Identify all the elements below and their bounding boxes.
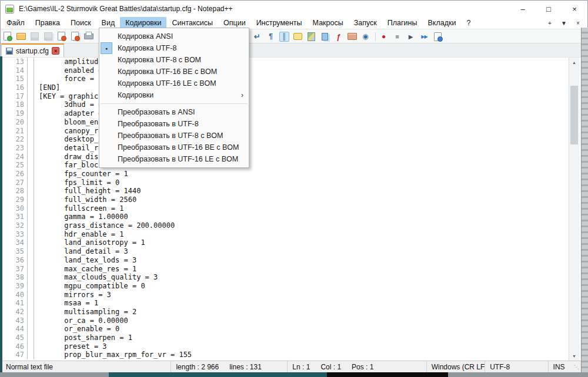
fold-margin[interactable] [27, 144, 34, 153]
document-monitor-icon[interactable] [360, 32, 370, 42]
line-number[interactable]: 31 [1, 213, 27, 221]
line-number[interactable]: 43 [1, 317, 27, 325]
line-text[interactable]: amplitude [34, 58, 102, 66]
word-wrap-icon[interactable] [252, 32, 262, 42]
fold-margin[interactable] [27, 187, 34, 196]
line-text[interactable]: multisampling = 2 [34, 308, 136, 317]
tab-startup-cfg[interactable]: startup.cfg × [1, 43, 64, 57]
line-text[interactable]: full_width = 2560 [34, 196, 136, 204]
line-number[interactable]: 38 [1, 273, 27, 282]
line-text[interactable]: force = 1 [34, 75, 102, 83]
line-number[interactable]: 39 [1, 282, 27, 291]
line-number[interactable]: 47 [1, 351, 27, 359]
editor-area[interactable]: 13 amplitude14 enabled =15 force = 116[E… [1, 58, 567, 361]
folder-as-workspace-icon[interactable] [347, 32, 357, 42]
function-list-icon[interactable] [293, 32, 303, 42]
new-tab-button[interactable]: + [544, 18, 556, 28]
menubar-item-plugins[interactable]: Плагины [382, 17, 423, 29]
fold-margin[interactable] [27, 66, 34, 75]
line-number[interactable]: 16 [1, 83, 27, 92]
line-number[interactable]: 46 [1, 342, 27, 351]
encoding-menu-item-utf8-bom[interactable]: Кодировка UTF-8 с BOM [99, 54, 249, 66]
fold-margin[interactable] [27, 161, 34, 170]
line-text[interactable]: land_anisotropy = 1 [34, 238, 145, 247]
line-number[interactable]: 29 [1, 196, 27, 204]
line-text[interactable]: or_ca = 0.00000 [34, 317, 128, 325]
line-number[interactable]: 21 [1, 127, 27, 136]
line-text[interactable]: fps_counter = 1 [34, 170, 128, 179]
line-number[interactable]: 24 [1, 153, 27, 161]
line-text[interactable]: fps_limit = 0 [34, 179, 119, 187]
scroll-down-icon[interactable]: ▼ [569, 351, 579, 361]
line-number[interactable]: 34 [1, 238, 27, 247]
line-number[interactable]: 36 [1, 256, 27, 265]
line-text[interactable]: gamma = 1.00000 [34, 213, 128, 221]
encoding-menu-item-convert-ansi[interactable]: Преобразовать в ANSI [99, 106, 249, 118]
fold-margin[interactable] [27, 247, 34, 256]
line-text[interactable]: or_enable = 0 [34, 325, 119, 334]
line-text[interactable]: msaa = 1 [34, 299, 98, 308]
close-file-icon[interactable] [56, 31, 66, 41]
indent-guide-icon[interactable] [279, 32, 289, 42]
open-file-icon[interactable] [16, 31, 26, 41]
encoding-menu-item-utf16le-bom[interactable]: Кодировка UTF-16 LE с BOM [99, 78, 249, 89]
line-text[interactable]: preset = 3 [34, 342, 107, 351]
line-number[interactable]: 44 [1, 325, 27, 334]
fold-margin[interactable] [27, 196, 34, 204]
scroll-up-icon[interactable]: ▲ [569, 58, 579, 67]
line-number[interactable]: 13 [1, 58, 27, 66]
macro-save-icon[interactable] [433, 32, 443, 42]
encoding-menu-item-charsets[interactable]: Кодировки› [99, 89, 249, 101]
menubar-item-language[interactable]: Синтаксисы [166, 17, 218, 29]
fold-margin[interactable] [27, 127, 34, 136]
status-eol-format[interactable]: Windows (CR LF) [427, 361, 486, 373]
line-number[interactable]: 35 [1, 247, 27, 256]
line-text[interactable]: full_height = 1440 [34, 187, 141, 196]
line-number[interactable]: 26 [1, 170, 27, 179]
line-text[interactable]: fullscreen = 1 [34, 204, 124, 213]
fold-margin[interactable] [27, 221, 34, 230]
line-text[interactable]: hdr_enable = 1 [34, 230, 124, 239]
show-all-characters-icon[interactable] [266, 32, 276, 42]
fold-margin[interactable] [27, 351, 34, 359]
fold-margin[interactable] [27, 317, 34, 325]
line-number[interactable]: 20 [1, 118, 27, 127]
fold-margin[interactable] [27, 92, 34, 101]
fold-margin[interactable] [27, 256, 34, 265]
fold-margin[interactable] [27, 342, 34, 351]
line-text[interactable]: grass_distance = 200.00000 [34, 221, 175, 230]
maximize-window-button[interactable]: □ [536, 1, 562, 17]
line-text[interactable]: mirrors = 3 [34, 291, 111, 299]
fold-margin[interactable] [27, 170, 34, 179]
menubar-item-search[interactable]: Поиск [65, 17, 96, 29]
line-number[interactable]: 14 [1, 66, 27, 75]
fold-margin[interactable] [27, 308, 34, 317]
new-file-icon[interactable] [2, 31, 12, 41]
line-text[interactable]: land_detail = 3 [34, 247, 128, 256]
line-number[interactable]: 30 [1, 204, 27, 213]
fold-margin[interactable] [27, 299, 34, 308]
line-number[interactable]: 32 [1, 221, 27, 230]
line-text[interactable]: mgpu_compatible = 0 [34, 282, 145, 291]
fold-margin[interactable] [27, 238, 34, 247]
close-window-button[interactable]: × [562, 1, 587, 17]
print-icon[interactable] [83, 31, 93, 41]
fold-margin[interactable] [27, 153, 34, 161]
fold-margin[interactable] [27, 282, 34, 291]
line-text[interactable]: [END] [34, 83, 60, 92]
line-text[interactable]: max_clouds_quality = 3 [34, 273, 158, 282]
fold-margin[interactable] [27, 135, 34, 144]
document-map-icon[interactable] [306, 32, 316, 42]
vertical-scrollbar[interactable]: ▲ ▼ [569, 58, 579, 361]
line-number[interactable]: 28 [1, 187, 27, 196]
menubar-item-edit[interactable]: Правка [30, 17, 65, 29]
encoding-menu-item-convert-utf16be-bom[interactable]: Преобразовать в UTF-16 BE с BOM [99, 142, 249, 153]
line-text[interactable]: max_cache_res = 1 [34, 265, 136, 274]
macro-stop-icon[interactable] [392, 32, 402, 42]
menubar-item-file[interactable]: Файл [1, 17, 30, 29]
line-number[interactable]: 27 [1, 179, 27, 187]
close-all-icon[interactable] [70, 31, 80, 41]
line-number[interactable]: 19 [1, 109, 27, 118]
line-number[interactable]: 18 [1, 100, 27, 109]
line-text[interactable]: [KEY = graphics [34, 92, 102, 101]
